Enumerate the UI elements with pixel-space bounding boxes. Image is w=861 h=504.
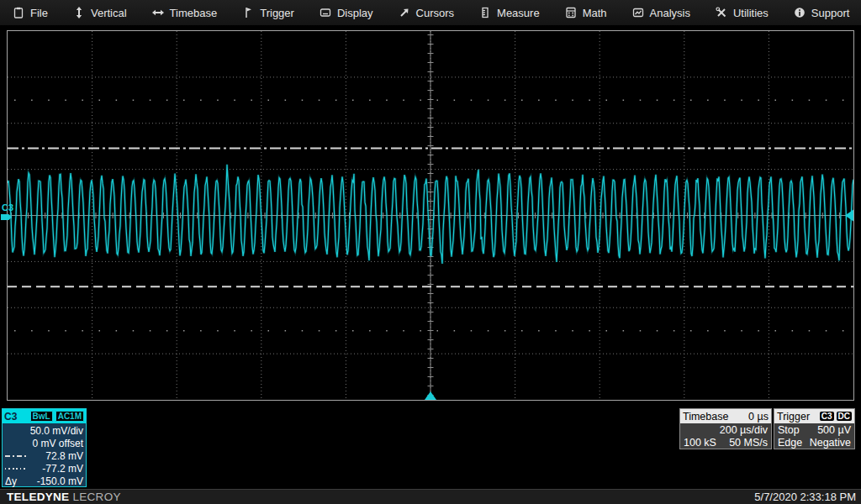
timebase-descriptor[interactable]: Timebase 0 µs 200 µs/div 100 kS 50 MS/s	[679, 408, 772, 449]
trigger-slope: Negative	[810, 437, 851, 449]
trigger-source-badge: C3	[820, 412, 834, 421]
scope-canvas	[8, 31, 853, 400]
bandwidth-limit-badge: BwL	[30, 411, 53, 422]
menu-item-label: Cursors	[416, 7, 455, 19]
sample-rate: 50 MS/s	[729, 437, 768, 449]
menu-item-math[interactable]: Math	[552, 0, 620, 25]
menu-item-support[interactable]: Support	[781, 0, 861, 25]
delta-y-value: -150.0 mV	[37, 475, 83, 487]
volts-per-div-readout: 50.0 mV/div	[5, 424, 83, 437]
brand-secondary: LECROY	[72, 491, 120, 503]
trigger-descriptor[interactable]: Trigger C3 DC Stop 500 µV Edge Negative	[774, 408, 855, 449]
cursor-bottom-readout-row: -77.2 mV	[5, 462, 83, 475]
delta-y-readout-row: Δy -150.0 mV	[5, 475, 83, 487]
trigger-type-row: Edge Negative	[774, 436, 854, 449]
menu-item-label: Display	[337, 7, 373, 19]
trigger-title: Trigger	[777, 411, 810, 423]
teledyne-lecroy-logo: TELEDYNELECROY	[0, 491, 121, 503]
menu-item-vertical[interactable]: Vertical	[61, 0, 140, 25]
dotted-cursor-icon	[5, 468, 27, 470]
display-icon	[320, 7, 331, 18]
timebase-header: Timebase 0 µs	[680, 409, 771, 423]
trigger-type: Edge	[778, 437, 802, 449]
menu-item-label: Timebase	[170, 7, 218, 19]
trigger-coupling-badge: DC	[837, 412, 852, 421]
cursor-arrow-icon	[399, 7, 410, 18]
time-per-div-value: 200 µs/div	[720, 424, 768, 436]
horizontal-arrows-icon	[152, 7, 164, 18]
trigger-header: Trigger C3 DC	[774, 409, 854, 423]
menu-item-label: Support	[811, 7, 850, 19]
math-calculator-icon	[565, 7, 577, 18]
measure-icon	[479, 7, 491, 18]
timebase-position: 0 µs	[748, 411, 769, 423]
menu-item-measure[interactable]: Measure	[467, 0, 552, 25]
cursor-bottom-value: -77.2 mV	[42, 463, 83, 475]
trigger-level: 500 µV	[817, 424, 851, 436]
menu-item-label: Measure	[497, 7, 540, 19]
menu-item-label: Utilities	[733, 7, 769, 19]
support-info-icon	[794, 7, 806, 18]
trigger-mode: Stop	[778, 424, 800, 436]
status-bar: TELEDYNELECROY 5/7/2020 2:33:18 PM	[0, 489, 861, 504]
menu-item-trigger[interactable]: Trigger	[230, 0, 307, 25]
offset-readout: 0 mV offset	[5, 437, 83, 449]
cursor-top-readout-row: 72.8 mV	[5, 449, 83, 462]
menu-item-cursors[interactable]: Cursors	[386, 0, 467, 25]
analysis-chart-icon	[632, 7, 644, 18]
utilities-tools-icon	[716, 7, 727, 18]
datetime-readout: 5/7/2020 2:33:18 PM	[754, 491, 861, 503]
sample-count: 100 kS	[684, 437, 716, 449]
menu-item-label: Vertical	[91, 7, 127, 19]
menu-item-timebase[interactable]: Timebase	[140, 0, 230, 25]
trigger-mode-row: Stop 500 µV	[774, 423, 854, 436]
trigger-time-marker	[425, 391, 436, 400]
channel-descriptor-c3[interactable]: C3 BwL AC1M 50.0 mV/div 0 mV offset 72.8…	[2, 408, 87, 487]
delta-y-label: Δy	[5, 475, 17, 487]
channel-marker-c3[interactable]: C3	[2, 202, 13, 213]
oscilloscope-app: File Vertical Timebase Trigger	[0, 0, 861, 504]
timebase-title: Timebase	[683, 411, 728, 423]
menu-item-file[interactable]: File	[0, 0, 61, 25]
menu-item-label: Analysis	[650, 7, 690, 19]
menu-item-utilities[interactable]: Utilities	[703, 0, 781, 25]
channel-descriptor-header: C3 BwL AC1M	[3, 409, 86, 423]
time-per-div-row: 200 µs/div	[680, 423, 771, 436]
cursor-top-value: 72.8 mV	[45, 450, 83, 462]
menu-item-label: File	[30, 7, 48, 19]
menu-bar: File Vertical Timebase Trigger	[0, 0, 861, 26]
sampling-row: 100 kS 50 MS/s	[680, 436, 771, 449]
brand-primary: TELEDYNE	[7, 491, 69, 503]
coupling-badge: AC1M	[55, 411, 84, 422]
menu-item-label: Math	[583, 7, 607, 19]
dashdot-cursor-icon	[5, 455, 27, 457]
channel-name: C3	[4, 411, 17, 423]
menu-item-display[interactable]: Display	[307, 0, 386, 25]
channel-descriptor-body: 50.0 mV/div 0 mV offset 72.8 mV -77.2 mV…	[3, 423, 86, 488]
menu-item-label: Trigger	[260, 7, 294, 19]
file-icon	[13, 7, 24, 18]
trigger-flag-icon	[242, 7, 254, 18]
waveform-display[interactable]: C3	[7, 30, 854, 401]
menu-item-analysis[interactable]: Analysis	[620, 0, 703, 25]
vertical-arrows-icon	[73, 7, 85, 18]
